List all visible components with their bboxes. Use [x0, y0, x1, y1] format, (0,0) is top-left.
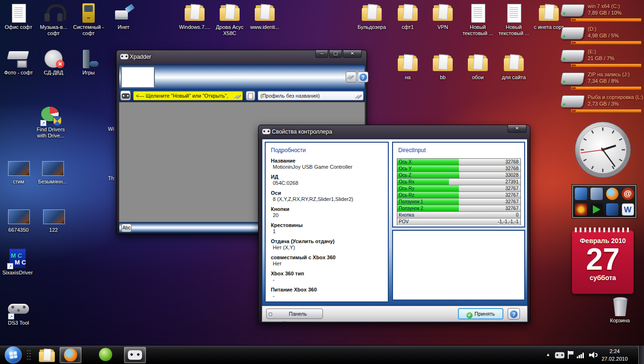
- taskbar-motioninjoy-button[interactable]: [95, 347, 116, 363]
- desktop-icon-vpn[interactable]: VPN: [425, 3, 460, 30]
- notes-button[interactable]: [246, 91, 255, 100]
- disc-icon: [43, 48, 64, 69]
- desktop-icon-inet[interactable]: Инет: [106, 3, 141, 30]
- icon-label: Музыка-в... софт: [36, 24, 71, 36]
- desktop-icon-bb[interactable]: bb: [425, 53, 460, 81]
- desktop-icon-new-text-1[interactable]: Новый текстовый ...: [460, 3, 495, 36]
- desktop-icon-foto-soft[interactable]: Фото - софт: [1, 48, 36, 76]
- desktop-icon-music-soft[interactable]: Музыка-в... софт: [36, 3, 71, 36]
- details-panel: Подробности НазваниеMotioninJoy USB Game…: [265, 142, 389, 302]
- dialog-title-bar[interactable]: Свойства контроллера ✕: [259, 125, 530, 139]
- folder-icon: [397, 3, 419, 24]
- drive-usage: 4,98 GB / 5%: [588, 33, 618, 38]
- desktop-icon-122[interactable]: 122: [36, 206, 71, 233]
- settings-button[interactable]: [346, 72, 357, 82]
- hard-drive-icon: [560, 73, 585, 85]
- desktop-icon-find-drivers[interactable]: ↗Find Drivers with Drive...: [33, 105, 68, 139]
- taskbar-firefox-button[interactable]: [60, 347, 81, 363]
- field-label: Xbox 360 тип: [271, 271, 388, 276]
- accept-button[interactable]: ✔Принять: [458, 308, 503, 319]
- gamepad-icon: [262, 129, 270, 134]
- control-panel-label: Панель Управления.: [283, 311, 313, 326]
- xpadder-title-bar[interactable]: Xpadder – ▢ ✕: [116, 50, 367, 64]
- pie-chart-shield-icon: ↗: [40, 105, 62, 126]
- text-file-icon: [503, 3, 525, 24]
- drive-gadget-c[interactable]: win 7 x64 (C:)7,89 GB / 10%: [561, 2, 643, 24]
- taskbar-xpadder-button[interactable]: [124, 347, 146, 363]
- desktop-icon-system-soft[interactable]: Системный - софт: [71, 3, 106, 36]
- quick-launch-gadget[interactable]: @ W: [572, 185, 636, 218]
- icon-label: www.identi...: [247, 24, 282, 30]
- desktop-icon-stim[interactable]: стим: [1, 157, 36, 185]
- drive-gadget-e[interactable]: (E:)21 GB / 7%: [561, 48, 643, 70]
- desktop-icon-bezymyann[interactable]: Безымянн...: [35, 157, 70, 185]
- action-center-flag-icon[interactable]: [568, 351, 573, 359]
- drive-usage-bar: [571, 109, 642, 113]
- headphones-icon: [43, 3, 64, 24]
- close-button[interactable]: ✕: [343, 50, 362, 58]
- tray-clock[interactable]: 2:2427.02.2010: [596, 347, 634, 363]
- desktop-icon-new-text-2[interactable]: Новый текстовый ...: [496, 3, 531, 36]
- check-icon: ✔: [466, 312, 473, 318]
- desktop-icon-www-identi[interactable]: www.identi...: [247, 3, 282, 30]
- firefox-icon[interactable]: [606, 188, 618, 200]
- drive-gadget-l[interactable]: Рыба и сортировка (L:)2,73 GB / 3%: [561, 93, 643, 115]
- profile-combo[interactable]: (Профиль без названия): [258, 91, 364, 100]
- desktop-icon-drova-asus[interactable]: Дрова Асус X58C: [212, 3, 247, 36]
- gamepad-tray-icon[interactable]: [555, 352, 564, 358]
- dialog-help-button[interactable]: ?: [508, 308, 520, 319]
- start-button[interactable]: [5, 346, 22, 364]
- desktop-icon-soft1[interactable]: сфт1: [390, 3, 425, 30]
- directinput-panel: DirectInput Ось X32768 Ось Y32768 Ось Z3…: [392, 142, 525, 228]
- desktop-icon-ds3-tool[interactable]: ↗DS3 Tool: [1, 299, 36, 326]
- cubes-icon: ↗: [7, 248, 28, 269]
- clock-gadget[interactable]: [574, 121, 632, 181]
- desktop-icon-6674350[interactable]: 6674350: [1, 206, 36, 233]
- show-desktop-button[interactable]: [638, 346, 644, 364]
- word-icon[interactable]: W: [622, 203, 634, 216]
- field-value: 1: [271, 228, 388, 234]
- minimize-button[interactable]: –: [315, 50, 328, 58]
- dialog-close-button[interactable]: ✕: [508, 125, 527, 133]
- hard-drive-icon: [560, 27, 585, 39]
- shortcut-arrow-icon: ↗: [40, 120, 46, 126]
- folder-icon: [254, 3, 276, 24]
- folder-icon: [432, 3, 454, 24]
- xnview-icon[interactable]: [575, 203, 587, 216]
- desktop-icon-oboi[interactable]: обои: [460, 53, 495, 81]
- hard-drive-icon: [560, 4, 585, 17]
- desktop-icon-sixaxisdriver[interactable]: ↗SixaxisDriver: [0, 248, 35, 276]
- image-thumbnail-icon: [42, 157, 63, 178]
- desktop-icon-na[interactable]: на: [390, 53, 425, 81]
- help-button[interactable]: ?: [358, 72, 368, 82]
- controller-tab[interactable]: [121, 66, 155, 88]
- green-windows-icon: [99, 348, 112, 361]
- analog-clock: [574, 121, 632, 179]
- network-servers-icon[interactable]: [606, 203, 618, 216]
- abc-button[interactable]: Abc: [121, 224, 132, 232]
- desktop-icon-windows7[interactable]: Windows.7....: [177, 3, 212, 30]
- controller-hint-combo[interactable]: <--- Щелкните "Новый" или "Открыть",: [133, 91, 243, 100]
- calendar-gadget[interactable]: Февраль 2010 27 суббота: [572, 230, 634, 294]
- desktop-icon-recycle-bin[interactable]: Корзина: [602, 296, 637, 324]
- drive-gadget-j[interactable]: ZIP на запись (J:)7,34 GB / 8%: [561, 71, 643, 92]
- document-icon: [8, 3, 29, 24]
- computer-icon[interactable]: [575, 188, 587, 200]
- desktop-icon-cd-dvd[interactable]: СД-ДВД: [36, 48, 71, 76]
- email-icon[interactable]: @: [622, 188, 634, 200]
- game-console-icon: [78, 48, 99, 69]
- tray-expand-icon[interactable]: ▲: [546, 352, 550, 357]
- desktop-icon-buldozera[interactable]: Бульдозера: [354, 3, 389, 30]
- maximize-button[interactable]: ▢: [329, 50, 342, 58]
- control-panel-button[interactable]: Панель Управления.: [266, 309, 323, 319]
- desktop-icon-office-soft[interactable]: Офис софт: [1, 3, 36, 30]
- taskbar: ▲ 2:2427.02.2010: [0, 345, 644, 364]
- drive-gadget-d[interactable]: (D:)4,98 GB / 5%: [561, 25, 643, 47]
- display-icon[interactable]: [590, 188, 603, 200]
- network-signal-icon[interactable]: [577, 353, 585, 358]
- controller-select-button[interactable]: [120, 91, 131, 100]
- play-icon[interactable]: [593, 205, 600, 214]
- desktop-icon-igry[interactable]: Игры: [71, 48, 106, 76]
- desktop-icon-dlya-saita[interactable]: для сайта: [496, 53, 531, 81]
- taskbar-explorer-button[interactable]: [36, 347, 58, 363]
